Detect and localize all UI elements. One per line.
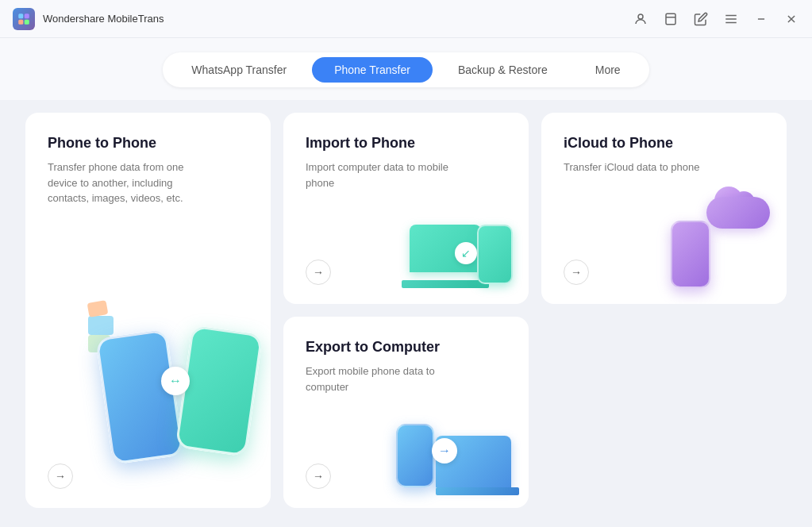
nav-tabs-container: WhatsApp Transfer Phone Transfer Backup … [163,52,648,87]
icloud-to-phone-arrow-button[interactable]: → [564,260,589,285]
svg-rect-1 [25,13,29,18]
tab-phone-transfer[interactable]: Phone Transfer [312,57,433,83]
icloud-to-phone-illustration [663,185,774,288]
svg-point-4 [638,14,643,19]
export-to-computer-desc: Export mobile phone data to computer [306,364,464,394]
card-import-to-phone[interactable]: Import to Phone Import computer data to … [283,113,529,304]
bookmark-icon[interactable] [663,11,679,27]
import-to-phone-illustration: ↙ [402,185,513,288]
app-logo [13,8,35,30]
import-arrow-icon: ↙ [455,242,477,264]
minimize-button[interactable] [753,11,769,27]
account-icon[interactable] [633,11,648,27]
svg-rect-0 [18,13,23,18]
tab-backup-restore[interactable]: Backup & Restore [436,57,570,83]
close-button[interactable] [783,11,799,27]
phone-to-phone-arrow-button[interactable]: → [48,464,73,489]
export-to-computer-title: Export to Computer [306,339,506,356]
export-arrow-icon: → [432,438,457,464]
card-icloud-to-phone[interactable]: iCloud to Phone Transfer iCloud data to … [541,113,787,304]
card-export-to-computer[interactable]: Export to Computer Export mobile phone d… [283,317,529,508]
transfer-arrow-icon: ↔ [161,367,190,395]
nav-bar: WhatsApp Transfer Phone Transfer Backup … [0,38,812,100]
tab-more[interactable]: More [573,57,643,83]
edit-icon[interactable] [693,11,709,27]
app-title: Wondershare MobileTrans [43,13,164,25]
tab-whatsapp-transfer[interactable]: WhatsApp Transfer [169,57,309,83]
import-to-phone-arrow-button[interactable]: → [306,260,331,285]
window-controls [633,11,799,27]
phone-to-phone-desc: Transfer phone data from one device to a… [48,160,206,206]
titlebar: Wondershare MobileTrans [0,0,812,38]
icloud-to-phone-title: iCloud to Phone [564,135,764,152]
svg-rect-2 [18,19,23,24]
svg-rect-3 [25,19,29,24]
export-to-computer-arrow-button[interactable]: → [306,464,331,489]
phone-to-phone-illustration: ↔ [88,302,263,460]
svg-rect-5 [666,13,675,25]
icloud-to-phone-desc: Transfer iCloud data to phone [564,160,722,175]
import-to-phone-title: Import to Phone [306,135,506,152]
phone-to-phone-title: Phone to Phone [48,135,248,152]
export-to-computer-illustration: → [392,392,519,495]
menu-icon[interactable] [723,11,739,27]
main-content: Phone to Phone Transfer phone data from … [0,100,812,527]
card-phone-to-phone[interactable]: Phone to Phone Transfer phone data from … [25,113,271,508]
